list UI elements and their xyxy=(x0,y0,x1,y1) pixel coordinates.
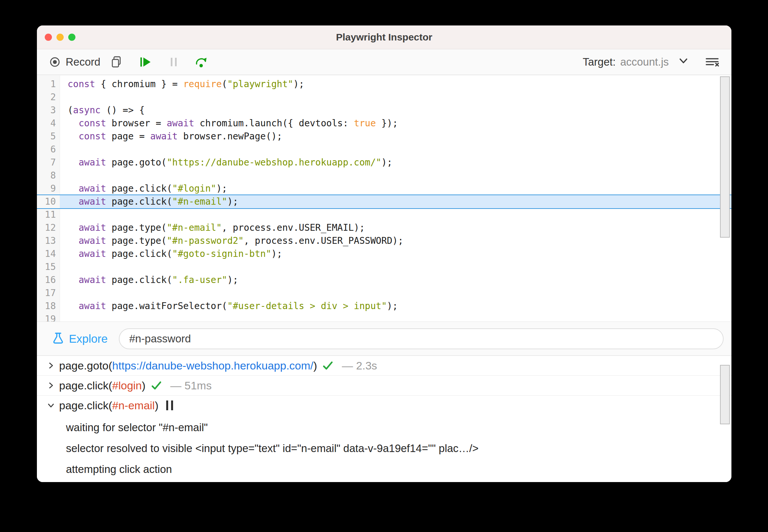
log-entry[interactable]: page.click(#login)— 51ms xyxy=(37,376,731,396)
code-text: await page.click("#goto-signin-btn"); xyxy=(60,247,731,260)
log-scrollbar[interactable] xyxy=(720,365,730,424)
pause-icon xyxy=(166,400,173,410)
code-line: 12 await page.type("#n-email", process.e… xyxy=(37,221,731,234)
editor-scrollbar[interactable] xyxy=(720,76,730,238)
line-number: 6 xyxy=(37,143,60,156)
pause-button[interactable] xyxy=(167,55,180,69)
line-number: 1 xyxy=(37,78,60,91)
code-text: await page.waitForSelector("#user-detail… xyxy=(60,300,731,313)
code-text: await page.click("#login"); xyxy=(60,182,731,195)
line-number: 12 xyxy=(37,221,60,234)
line-number: 10 xyxy=(37,195,60,208)
copy-button[interactable] xyxy=(110,55,123,69)
log-detail-line: waiting for selector "#n-email" xyxy=(37,417,731,438)
window-title: Playwright Inspector xyxy=(37,25,731,49)
code-line: 5 const page = await browser.newPage(); xyxy=(37,130,731,143)
playwright-inspector-window: Playwright Inspector Record Target: acco… xyxy=(37,25,731,482)
code-text: const { chromium } = require("playwright… xyxy=(60,78,731,91)
line-number: 18 xyxy=(37,300,60,313)
line-number: 5 xyxy=(37,130,60,143)
line-number: 15 xyxy=(37,260,60,274)
log-entry[interactable]: page.goto(https://danube-webshop.herokua… xyxy=(37,356,731,376)
zoom-button[interactable] xyxy=(68,34,75,41)
close-button[interactable] xyxy=(45,34,52,41)
line-number: 19 xyxy=(37,313,60,321)
line-number: 4 xyxy=(37,117,60,130)
target-select[interactable]: Target: account.js xyxy=(583,55,689,69)
record-button-label: Record xyxy=(66,56,100,68)
log-url-link[interactable]: https://danube-webshop.herokuapp.com/ xyxy=(112,359,313,372)
code-text: const browser = await chromium.launch({ … xyxy=(60,117,731,130)
code-line: 14 await page.click("#goto-signin-btn"); xyxy=(37,247,731,260)
copy-icon xyxy=(110,55,123,69)
traffic-lights xyxy=(45,34,75,41)
log-selector: #login xyxy=(112,379,142,392)
log-method: page.click( xyxy=(59,379,112,392)
code-line: 16 await page.click(".fa-user"); xyxy=(37,274,731,287)
code-text xyxy=(60,260,731,274)
line-number: 17 xyxy=(37,287,60,300)
code-line: 1const { chromium } = require("playwrigh… xyxy=(37,78,731,91)
code-line: 3(async () => { xyxy=(37,104,731,117)
clear-log-button[interactable] xyxy=(705,55,720,69)
log-entry[interactable]: page.click(#n-email) xyxy=(37,396,731,415)
check-icon xyxy=(150,379,163,392)
selector-input[interactable] xyxy=(119,328,724,349)
line-number: 8 xyxy=(37,169,60,182)
log-entry-details: waiting for selector "#n-email"selector … xyxy=(37,415,731,480)
step-over-icon xyxy=(194,55,208,69)
log-duration: — 51ms xyxy=(170,379,212,392)
line-number: 14 xyxy=(37,247,60,260)
minimize-button[interactable] xyxy=(56,34,64,41)
line-number: 13 xyxy=(37,234,60,247)
code-text xyxy=(60,169,731,182)
code-lines: 1const { chromium } = require("playwrigh… xyxy=(37,75,731,321)
code-line: 17 xyxy=(37,287,731,300)
record-button[interactable]: Record xyxy=(49,56,100,68)
explore-button[interactable]: Explore xyxy=(69,332,108,345)
log-detail-line: attempting click action xyxy=(37,459,731,480)
action-log: page.goto(https://danube-webshop.herokua… xyxy=(37,356,731,482)
code-text xyxy=(60,143,731,156)
code-text: await page.click("#n-email"); xyxy=(60,195,731,208)
code-text xyxy=(60,208,731,221)
line-number: 2 xyxy=(37,91,60,104)
chevron-down-icon xyxy=(673,55,689,69)
log-method: page.goto( xyxy=(59,359,112,372)
log-selector: #n-email xyxy=(112,399,155,412)
line-number: 9 xyxy=(37,182,60,195)
chevron-down-icon xyxy=(47,401,55,410)
log-method-close: ) xyxy=(142,379,145,392)
pause-icon xyxy=(167,55,180,69)
code-text: await page.type("#n-password2", process.… xyxy=(60,234,731,247)
log-duration: — 2.3s xyxy=(342,359,377,372)
code-line: 13 await page.type("#n-password2", proce… xyxy=(37,234,731,247)
line-number: 3 xyxy=(37,104,60,117)
code-line: 15 xyxy=(37,260,731,274)
log-method-close: ) xyxy=(155,399,158,412)
code-line: 18 await page.waitForSelector("#user-det… xyxy=(37,300,731,313)
code-text: const page = await browser.newPage(); xyxy=(60,130,731,143)
explore-bar: Explore xyxy=(37,321,731,356)
log-entries-list: page.goto(https://danube-webshop.herokua… xyxy=(37,356,731,480)
target-value: account.js xyxy=(620,56,669,68)
chevron-right-icon xyxy=(47,381,55,390)
log-method: page.click( xyxy=(59,399,112,412)
step-over-button[interactable] xyxy=(194,55,208,69)
record-icon xyxy=(49,56,61,68)
code-text xyxy=(60,313,731,321)
code-text: (async () => { xyxy=(60,104,731,117)
target-label: Target: xyxy=(583,56,616,68)
code-text xyxy=(60,287,731,300)
code-line: 6 xyxy=(37,143,731,156)
flask-icon xyxy=(51,331,65,346)
code-line: 8 xyxy=(37,169,731,182)
line-number: 11 xyxy=(37,208,60,221)
resume-button[interactable] xyxy=(139,55,152,69)
clear-log-icon xyxy=(705,55,720,69)
chevron-right-icon xyxy=(47,361,55,370)
titlebar: Playwright Inspector xyxy=(37,25,731,49)
line-number: 16 xyxy=(37,274,60,287)
code-line: 4 const browser = await chromium.launch(… xyxy=(37,117,731,130)
line-number: 7 xyxy=(37,156,60,169)
